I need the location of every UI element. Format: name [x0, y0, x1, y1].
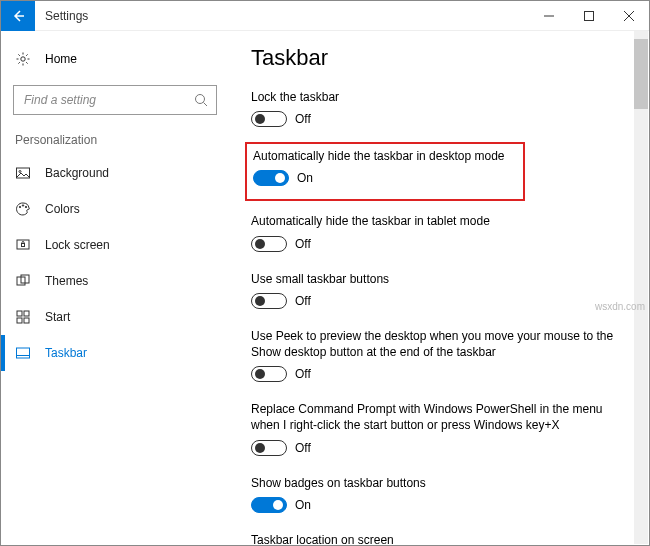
switch-icon	[251, 366, 287, 382]
setting-peek: Use Peek to preview the desktop when you…	[251, 328, 627, 385]
svg-point-4	[21, 57, 25, 61]
back-button[interactable]	[1, 1, 35, 31]
sidebar-item-label: Themes	[45, 274, 88, 288]
close-button[interactable]	[609, 1, 649, 31]
svg-point-5	[196, 95, 205, 104]
toggle-autohide-desktop[interactable]: On	[253, 170, 313, 186]
setting-label: Use Peek to preview the desktop when you…	[251, 328, 627, 360]
toggle-small-buttons[interactable]: Off	[251, 293, 311, 309]
switch-icon	[253, 170, 289, 186]
setting-label: Automatically hide the taskbar in deskto…	[253, 148, 517, 164]
picture-icon	[15, 165, 31, 181]
svg-rect-17	[24, 311, 29, 316]
svg-rect-18	[17, 318, 22, 323]
lock-screen-icon	[15, 237, 31, 253]
window-controls	[529, 1, 649, 31]
svg-rect-13	[22, 244, 25, 247]
toggle-state: On	[295, 498, 311, 512]
toggle-state: Off	[295, 112, 311, 126]
setting-small-buttons: Use small taskbar buttons Off	[251, 271, 627, 312]
watermark: wsxdn.com	[595, 301, 645, 312]
sidebar-item-colors[interactable]: Colors	[1, 191, 229, 227]
switch-icon	[251, 236, 287, 252]
palette-icon	[15, 201, 31, 217]
sidebar: Home Personalization Background Colors L…	[1, 31, 229, 545]
home-label: Home	[45, 52, 77, 66]
setting-label: Taskbar location on screen	[251, 532, 627, 545]
svg-point-10	[22, 205, 23, 206]
start-icon	[15, 309, 31, 325]
gear-icon	[15, 51, 31, 67]
home-button[interactable]: Home	[1, 43, 229, 75]
svg-rect-20	[17, 348, 30, 358]
switch-icon	[251, 497, 287, 513]
search-box[interactable]	[13, 85, 217, 115]
setting-label: Automatically hide the taskbar in tablet…	[251, 213, 627, 229]
toggle-state: Off	[295, 294, 311, 308]
toggle-state: Off	[295, 237, 311, 251]
switch-icon	[251, 293, 287, 309]
setting-lock-taskbar: Lock the taskbar Off	[251, 89, 627, 130]
svg-rect-16	[17, 311, 22, 316]
svg-rect-7	[17, 168, 30, 178]
toggle-state: On	[297, 171, 313, 185]
scrollbar-thumb[interactable]	[634, 39, 648, 109]
toggle-badges[interactable]: On	[251, 497, 311, 513]
switch-icon	[251, 111, 287, 127]
search-input[interactable]	[22, 92, 194, 108]
toggle-state: Off	[295, 441, 311, 455]
highlight-box: Automatically hide the taskbar in deskto…	[245, 142, 525, 201]
sidebar-item-label: Colors	[45, 202, 80, 216]
svg-line-6	[204, 103, 208, 107]
toggle-peek[interactable]: Off	[251, 366, 311, 382]
setting-location: Taskbar location on screen Bottom	[251, 532, 627, 545]
sidebar-item-themes[interactable]: Themes	[1, 263, 229, 299]
svg-point-9	[19, 206, 20, 207]
setting-label: Lock the taskbar	[251, 89, 627, 105]
sidebar-item-label: Taskbar	[45, 346, 87, 360]
switch-icon	[251, 440, 287, 456]
toggle-state: Off	[295, 367, 311, 381]
setting-autohide-desktop: Automatically hide the taskbar in deskto…	[253, 148, 517, 189]
window-title: Settings	[45, 9, 88, 23]
toggle-powershell[interactable]: Off	[251, 440, 311, 456]
sidebar-item-background[interactable]: Background	[1, 155, 229, 191]
svg-rect-19	[24, 318, 29, 323]
svg-rect-1	[585, 11, 594, 20]
titlebar: Settings	[1, 1, 649, 31]
sidebar-item-taskbar[interactable]: Taskbar	[1, 335, 229, 371]
search-icon	[194, 93, 208, 107]
svg-point-8	[19, 171, 21, 173]
sidebar-item-lock-screen[interactable]: Lock screen	[1, 227, 229, 263]
sidebar-item-label: Lock screen	[45, 238, 110, 252]
sidebar-item-label: Start	[45, 310, 70, 324]
setting-label: Replace Command Prompt with Windows Powe…	[251, 401, 627, 433]
sidebar-item-label: Background	[45, 166, 109, 180]
minimize-button[interactable]	[529, 1, 569, 31]
maximize-button[interactable]	[569, 1, 609, 31]
sidebar-item-start[interactable]: Start	[1, 299, 229, 335]
toggle-autohide-tablet[interactable]: Off	[251, 236, 311, 252]
page-heading: Taskbar	[251, 45, 627, 71]
toggle-lock-taskbar[interactable]: Off	[251, 111, 311, 127]
setting-badges: Show badges on taskbar buttons On	[251, 475, 627, 516]
setting-label: Show badges on taskbar buttons	[251, 475, 627, 491]
arrow-left-icon	[11, 9, 25, 23]
setting-label: Use small taskbar buttons	[251, 271, 627, 287]
taskbar-icon	[15, 345, 31, 361]
themes-icon	[15, 273, 31, 289]
scrollbar-track[interactable]	[634, 31, 648, 544]
setting-powershell: Replace Command Prompt with Windows Powe…	[251, 401, 627, 458]
setting-autohide-tablet: Automatically hide the taskbar in tablet…	[251, 213, 627, 254]
svg-point-11	[25, 206, 26, 207]
main-panel: Taskbar Lock the taskbar Off Automatical…	[229, 31, 649, 545]
sidebar-section-header: Personalization	[1, 127, 229, 155]
